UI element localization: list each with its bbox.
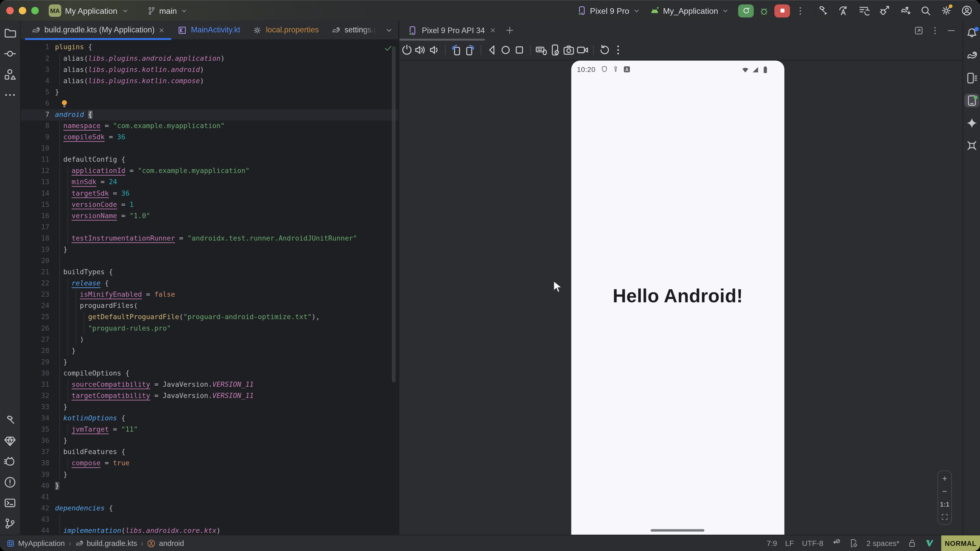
close-icon[interactable]: [489, 27, 496, 34]
emulator-screen[interactable]: 10:20 Hello Android!: [571, 61, 784, 535]
line-number[interactable]: 12: [21, 165, 49, 177]
back-icon[interactable]: [486, 44, 498, 56]
line-number[interactable]: 19: [21, 245, 49, 256]
status-item[interactable]: 2 spaces*: [866, 539, 899, 548]
line-number[interactable]: 32: [21, 391, 49, 402]
indent-config-icon[interactable]: [849, 538, 858, 548]
device-ui-settings-icon[interactable]: [549, 44, 561, 56]
status-item[interactable]: 7:9: [767, 539, 777, 548]
line-number[interactable]: 38: [21, 458, 49, 469]
line-number[interactable]: 11: [21, 154, 49, 165]
line-number[interactable]: 37: [21, 447, 49, 458]
hardware-input-icon[interactable]: [535, 44, 547, 56]
code-line[interactable]: 8 namespace = "com.example.myapplication…: [21, 121, 398, 132]
code-line[interactable]: 25 getDefaultProguardFile("proguard-andr…: [21, 312, 398, 323]
line-number[interactable]: 18: [21, 233, 49, 244]
code-line[interactable]: 12 applicationId = "com.example.myapplic…: [21, 165, 398, 177]
line-number[interactable]: 13: [21, 177, 49, 188]
tabstrip-scrollbar[interactable]: [399, 39, 485, 41]
code-line[interactable]: 19 }: [21, 245, 398, 256]
line-number[interactable]: 33: [21, 402, 49, 413]
code-line[interactable]: 36 }: [21, 435, 398, 447]
build-hammer-icon[interactable]: [4, 414, 16, 427]
intention-lightbulb-icon[interactable]: [60, 99, 68, 108]
code-line[interactable]: 43: [21, 514, 398, 526]
running-devices-tool-button[interactable]: [964, 94, 979, 107]
search-icon[interactable]: [920, 5, 931, 16]
ai-sparkle-off-icon[interactable]: [832, 538, 841, 548]
code-line[interactable]: 4 alias(libs.plugins.kotlin.compose): [21, 76, 398, 87]
code-line[interactable]: 5}: [21, 87, 398, 98]
code-line[interactable]: 15 versionCode = 1: [21, 199, 398, 210]
device-selector[interactable]: Pixel 9 Pro: [577, 6, 640, 16]
open-new-window-icon[interactable]: [914, 25, 924, 35]
line-number[interactable]: 35: [21, 424, 49, 435]
code-line[interactable]: 24 proguardFiles(: [21, 300, 398, 312]
code-line[interactable]: 31 sourceCompatibility = JavaVersion.VER…: [21, 380, 398, 391]
home-icon[interactable]: [500, 44, 512, 56]
code-line[interactable]: 23 isMinifyEnabled = false: [21, 289, 398, 300]
code-line[interactable]: 38 compose = true: [21, 458, 398, 469]
line-number[interactable]: 34: [21, 413, 49, 424]
line-number[interactable]: 41: [21, 492, 49, 503]
zoom-to-fit-icon[interactable]: [941, 513, 949, 521]
line-number[interactable]: 43: [21, 514, 49, 526]
screen-record-icon[interactable]: [576, 44, 589, 56]
line-number[interactable]: 21: [21, 267, 49, 278]
line-number[interactable]: 39: [21, 469, 49, 480]
line-number[interactable]: 2: [21, 53, 49, 64]
close-icon[interactable]: [159, 27, 165, 33]
gradle-tool-button[interactable]: [964, 49, 979, 62]
settings-icon[interactable]: [941, 5, 952, 16]
line-number[interactable]: 44: [21, 526, 49, 535]
code-line[interactable]: 11 defaultConfig {: [21, 154, 398, 165]
editor-tab[interactable]: MainActivity.kt: [172, 21, 247, 39]
line-number[interactable]: 16: [21, 210, 49, 222]
breadcrumb-item[interactable]: android: [147, 539, 184, 548]
logcat-icon[interactable]: [4, 455, 16, 468]
code-line[interactable]: 30 compileOptions {: [21, 368, 398, 379]
vim-mode-badge[interactable]: NORMAL: [941, 535, 980, 551]
more-vertical-icon[interactable]: [795, 5, 806, 16]
account-icon[interactable]: [961, 5, 973, 16]
line-number[interactable]: 4: [21, 76, 49, 87]
editor-scrollbar[interactable]: [392, 46, 396, 383]
code-line[interactable]: 9 compileSdk = 36: [21, 132, 398, 143]
code-line[interactable]: 39 }: [21, 469, 398, 480]
code-line[interactable]: 40}: [21, 480, 398, 492]
overview-icon[interactable]: [513, 44, 526, 56]
problems-icon[interactable]: [4, 476, 16, 489]
code-line[interactable]: 41: [21, 492, 398, 503]
version-control-icon[interactable]: [4, 517, 16, 530]
code-line[interactable]: 6: [21, 98, 398, 109]
volume-down-icon[interactable]: [428, 44, 441, 56]
screenshot-icon[interactable]: [563, 44, 575, 56]
code-line[interactable]: 37 buildFeatures {: [21, 447, 398, 458]
code-line[interactable]: 42dependencies {: [21, 503, 398, 514]
app-quality-tool-button[interactable]: [964, 139, 979, 152]
code-line[interactable]: 28 }: [21, 345, 398, 357]
editor-tab[interactable]: settings.g: [325, 21, 384, 39]
line-number[interactable]: 36: [21, 435, 49, 447]
stop-button[interactable]: [774, 4, 790, 17]
code-line[interactable]: 7android {: [21, 110, 398, 121]
code-line[interactable]: 44 implementation(libs.androidx.core.ktx…: [21, 526, 398, 535]
code-line[interactable]: 34 kotlinOptions {: [21, 413, 398, 424]
line-number[interactable]: 15: [21, 199, 49, 210]
line-number[interactable]: 27: [21, 334, 49, 345]
line-number[interactable]: 28: [21, 345, 49, 357]
line-number[interactable]: 30: [21, 368, 49, 379]
commit-icon[interactable]: [4, 48, 16, 60]
device-tab[interactable]: Pixel 9 Pro API 34: [407, 25, 496, 35]
code-line[interactable]: 32 targetCompatibility = JavaVersion.VER…: [21, 391, 398, 402]
project-folder-icon[interactable]: [4, 27, 16, 39]
structure-icon[interactable]: [4, 68, 16, 81]
volume-up-icon[interactable]: [414, 44, 427, 56]
vcs-branch-widget[interactable]: main: [147, 6, 188, 15]
code-line[interactable]: 17: [21, 222, 398, 233]
line-number[interactable]: 24: [21, 300, 49, 312]
build-run-icon[interactable]: [817, 5, 828, 16]
line-number[interactable]: 6: [21, 98, 49, 109]
add-device-tab-icon[interactable]: [505, 25, 514, 35]
code-line[interactable]: 20: [21, 256, 398, 267]
